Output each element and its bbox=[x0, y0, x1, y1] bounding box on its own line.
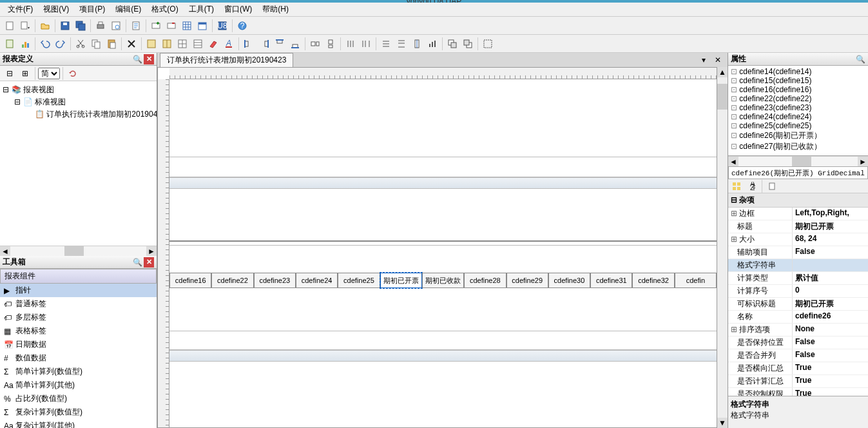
calendar-icon[interactable] bbox=[195, 19, 209, 33]
field-item[interactable]: cdefine22(cdefine22) bbox=[729, 94, 867, 103]
column-cell[interactable]: cdefine25 bbox=[338, 273, 380, 288]
field-item[interactable]: cdefine23(cdefine23) bbox=[729, 103, 867, 112]
column-cell[interactable]: cdefine29 bbox=[506, 273, 548, 288]
search-icon[interactable]: 🔍 bbox=[855, 54, 865, 64]
grid4-icon[interactable] bbox=[191, 37, 205, 51]
property-row[interactable]: 计算序号0 bbox=[728, 285, 868, 298]
scroll-left-icon[interactable]: ◄ bbox=[728, 157, 738, 166]
run-icon[interactable]: U8 bbox=[215, 19, 229, 33]
property-row[interactable]: 辅助项目False bbox=[728, 246, 868, 259]
field-item[interactable]: cdefine14(cdefine14) bbox=[729, 67, 867, 76]
redo-icon[interactable] bbox=[53, 37, 68, 51]
print-icon[interactable] bbox=[93, 19, 108, 33]
new-icon[interactable] bbox=[3, 19, 17, 33]
report-icon[interactable] bbox=[3, 37, 17, 51]
cut-icon[interactable] bbox=[73, 37, 88, 51]
expand-icon[interactable]: ⊞ bbox=[18, 66, 32, 81]
toolbox-item[interactable]: ▦表格标签 bbox=[0, 324, 157, 338]
band-header-shade[interactable] bbox=[169, 177, 717, 189]
chart-icon[interactable] bbox=[18, 37, 32, 51]
field-item[interactable]: cdefine24(cdefine24) bbox=[729, 112, 867, 121]
field-list[interactable]: cdefine14(cdefine14)cdefine15(cdefine15)… bbox=[728, 66, 868, 156]
close-icon[interactable]: ✕ bbox=[144, 257, 154, 268]
field-item[interactable]: cdefine16(cdefine16) bbox=[729, 85, 867, 94]
close-icon[interactable]: ✕ bbox=[144, 54, 154, 64]
prop-page-icon[interactable] bbox=[765, 179, 779, 193]
field-item[interactable]: cdefine26(期初已开票） bbox=[729, 130, 867, 141]
preview-icon[interactable] bbox=[109, 19, 123, 33]
hspace-icon[interactable] bbox=[343, 37, 358, 51]
design-surface[interactable]: cdefine16cdefine22cdefine23cdefine24cdef… bbox=[157, 67, 717, 428]
menu-file[interactable]: 文件(F) bbox=[3, 3, 38, 16]
menu-project[interactable]: 项目(P) bbox=[74, 3, 110, 16]
paste-icon[interactable] bbox=[104, 37, 119, 51]
band-header[interactable] bbox=[169, 157, 717, 177]
toolbox-item[interactable]: Σ简单计算列(数值型) bbox=[0, 365, 157, 378]
tree-root[interactable]: ⊟📚 报表视图 bbox=[3, 84, 154, 96]
menu-tools[interactable]: 工具(T) bbox=[184, 3, 219, 16]
property-selector[interactable]: cdefine26(期初已开票) GridDecimal bbox=[728, 166, 868, 179]
search-icon[interactable]: 🔍 bbox=[132, 257, 142, 268]
undo-icon[interactable] bbox=[38, 37, 52, 51]
property-row[interactable]: 格式字符串 bbox=[728, 259, 868, 272]
tab-dropdown-icon[interactable]: ▾ bbox=[697, 53, 711, 67]
size-width-icon[interactable] bbox=[308, 37, 322, 51]
column-cell[interactable]: cdefine31 bbox=[590, 273, 632, 288]
column-cell[interactable]: cdefine22 bbox=[211, 273, 253, 288]
lang-dropdown[interactable]: 简 bbox=[38, 68, 60, 79]
select-all-icon[interactable] bbox=[481, 37, 495, 51]
align-left-icon[interactable] bbox=[242, 37, 256, 51]
save-icon[interactable] bbox=[58, 19, 72, 33]
scroll-right-icon[interactable]: ► bbox=[146, 246, 157, 256]
hspace2-icon[interactable] bbox=[359, 37, 373, 51]
align-top-icon[interactable] bbox=[273, 37, 287, 51]
property-row[interactable]: 是否横向汇总True bbox=[728, 362, 868, 375]
property-row[interactable]: 标题期初已开票 bbox=[728, 220, 868, 233]
column-cell[interactable]: cdefine30 bbox=[548, 273, 590, 288]
field-scroll[interactable]: ◄ ► bbox=[728, 156, 868, 166]
vspace2-icon[interactable] bbox=[394, 37, 409, 51]
new-dropdown-icon[interactable] bbox=[18, 19, 32, 33]
band-footer-shade[interactable] bbox=[169, 350, 717, 362]
property-row[interactable]: 是否计算汇总True bbox=[728, 375, 868, 388]
del-row-icon[interactable] bbox=[164, 19, 178, 33]
column-cell[interactable]: cdefine28 bbox=[464, 273, 506, 288]
center-h-icon[interactable] bbox=[410, 37, 424, 51]
size-height-icon[interactable] bbox=[323, 37, 338, 51]
menu-edit[interactable]: 编辑(E) bbox=[110, 3, 146, 16]
property-row[interactable]: 是否控制权限True bbox=[728, 388, 868, 396]
folder-open-icon[interactable] bbox=[38, 19, 52, 33]
column-cell[interactable]: cdefin bbox=[675, 273, 717, 288]
field-item[interactable]: cdefine25(cdefine25) bbox=[729, 121, 867, 130]
menu-window[interactable]: 窗口(W) bbox=[219, 3, 257, 16]
property-row[interactable]: 排序选项None bbox=[728, 324, 868, 336]
scroll-up-icon[interactable]: ▲ bbox=[717, 67, 728, 77]
toolbox-item[interactable]: Σ复杂计算列(数值型) bbox=[0, 405, 157, 419]
toolbox-item[interactable]: %占比列(数值型) bbox=[0, 392, 157, 405]
property-category[interactable]: ⊟ 杂项 bbox=[728, 193, 868, 208]
add-row-icon[interactable] bbox=[149, 19, 163, 33]
refresh-icon[interactable] bbox=[66, 66, 80, 81]
menu-help[interactable]: 帮助(H) bbox=[257, 3, 294, 16]
toolbox-category[interactable]: 报表组件 bbox=[0, 269, 157, 284]
field-item[interactable]: cdefine15(cdefine15) bbox=[729, 76, 867, 85]
grid2-icon[interactable] bbox=[160, 37, 174, 51]
vspace-icon[interactable] bbox=[379, 37, 393, 51]
search-icon[interactable]: 🔍 bbox=[132, 54, 142, 64]
field-item[interactable]: cdefine27(期初已收款） bbox=[729, 141, 867, 152]
toolbox-item[interactable]: ▶指针 bbox=[0, 284, 157, 297]
tree-child-report[interactable]: 📋 订单执行统计表增加期初20190423 bbox=[3, 108, 154, 121]
help-icon[interactable]: ? bbox=[235, 19, 249, 33]
grid3-icon[interactable] bbox=[175, 37, 189, 51]
property-grid[interactable]: ⊟ 杂项 边框Left,Top,Right,标题期初已开票大小68, 24辅助项… bbox=[728, 193, 868, 396]
copy-icon[interactable] bbox=[89, 37, 103, 51]
toolbox-item[interactable]: 🏷多层标签 bbox=[0, 311, 157, 324]
property-row[interactable]: 大小68, 24 bbox=[728, 233, 868, 246]
sort-cat-icon[interactable] bbox=[729, 179, 744, 193]
column-cell[interactable]: cdefine32 bbox=[632, 273, 674, 288]
scroll-left-icon[interactable]: ◄ bbox=[0, 246, 10, 256]
column-cell[interactable]: 期初已开票 bbox=[380, 273, 422, 288]
back-icon[interactable] bbox=[461, 37, 475, 51]
toolbox-item[interactable]: 🏷普通标签 bbox=[0, 297, 157, 311]
sort-az-icon[interactable]: AZ bbox=[745, 179, 759, 193]
